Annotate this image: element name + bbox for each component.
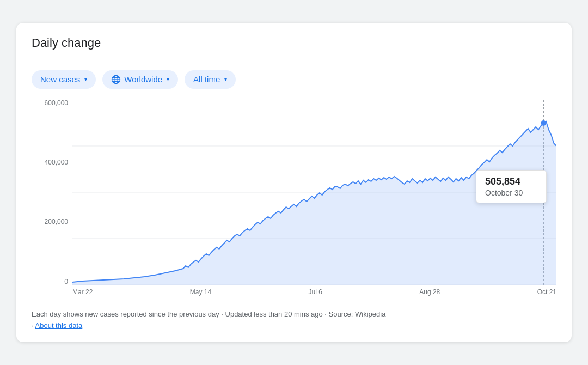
y-axis: 600,000 400,000 200,000 0 <box>32 100 72 285</box>
y-label-0: 0 <box>64 278 68 285</box>
x-label-oct21: Oct 21 <box>537 288 556 296</box>
x-axis: Mar 22 May 14 Jul 6 Aug 28 Oct 21 <box>72 286 556 301</box>
filter-bar: New cases ▾ Worldwide ▾ All time ▾ <box>32 70 556 89</box>
x-label-may14: May 14 <box>190 288 211 296</box>
y-label-600k: 600,000 <box>45 100 68 106</box>
about-this-data-link[interactable]: About this data <box>35 321 83 330</box>
daily-change-card: Daily change New cases ▾ Worldwide ▾ All… <box>16 23 572 343</box>
chart-inner: 505,854 October 30 <box>72 100 556 285</box>
x-label-mar22: Mar 22 <box>72 288 93 296</box>
tooltip-value: 505,854 <box>485 176 537 187</box>
new-cases-chevron-icon: ▾ <box>84 76 87 82</box>
globe-icon <box>111 75 121 84</box>
x-label-aug28: Aug 28 <box>419 288 440 296</box>
y-label-200k: 200,000 <box>45 218 68 225</box>
tooltip-box: 505,854 October 30 <box>476 170 547 203</box>
chart-area: 600,000 400,000 200,000 0 <box>32 100 556 301</box>
worldwide-chevron-icon: ▾ <box>167 76 169 82</box>
tooltip-date: October 30 <box>485 188 537 197</box>
all-time-chevron-icon: ▾ <box>224 76 227 82</box>
card-title: Daily change <box>32 36 556 50</box>
peak-dot <box>541 120 546 126</box>
y-label-400k: 400,000 <box>45 159 68 166</box>
divider <box>32 60 556 60</box>
new-cases-button[interactable]: New cases ▾ <box>32 70 96 89</box>
new-cases-label: New cases <box>40 75 80 84</box>
all-time-button[interactable]: All time ▾ <box>185 70 236 89</box>
worldwide-label: Worldwide <box>124 75 162 84</box>
footer-description: Each day shows new cases reported since … <box>32 310 385 318</box>
worldwide-button[interactable]: Worldwide ▾ <box>102 70 178 89</box>
x-label-jul6: Jul 6 <box>308 288 322 296</box>
footer: Each day shows new cases reported since … <box>32 309 556 332</box>
all-time-label: All time <box>193 75 220 84</box>
